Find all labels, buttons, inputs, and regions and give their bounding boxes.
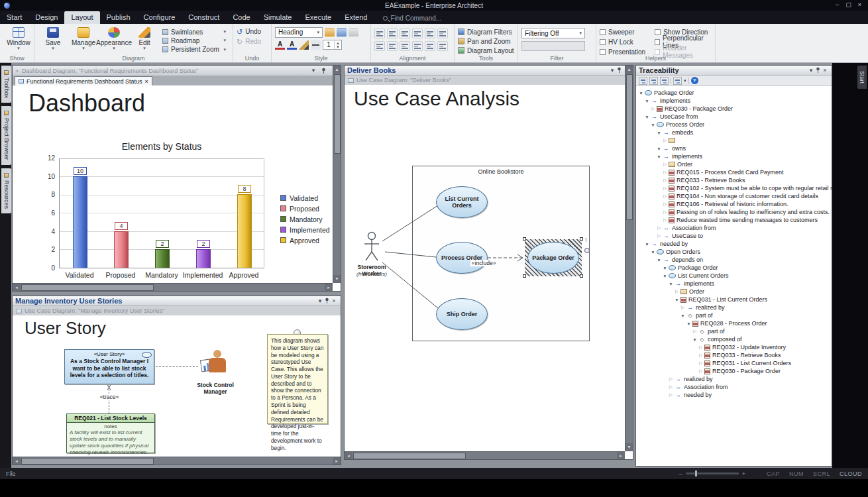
chart-bar-validated[interactable] bbox=[73, 176, 87, 268]
tree-item-req033-retrieve-books[interactable]: ▷REQ033 - Retrieve Books bbox=[636, 176, 832, 184]
collapsed-arrow-icon[interactable]: ▷ bbox=[668, 384, 674, 390]
alignment-icon[interactable] bbox=[374, 28, 385, 38]
selection-handle[interactable] bbox=[580, 274, 583, 278]
zoom-in-icon[interactable]: + bbox=[742, 470, 745, 477]
chart-bar-proposed[interactable] bbox=[114, 231, 129, 268]
collapsed-arrow-icon[interactable]: ▷ bbox=[680, 305, 686, 310]
persistent-zoom-button[interactable]: Persistent Zoom▾ bbox=[162, 46, 226, 54]
chart-bar-implemented[interactable] bbox=[196, 249, 211, 268]
alignment-icon[interactable] bbox=[387, 41, 398, 51]
chevron-down-icon[interactable]: ▾ bbox=[684, 78, 686, 83]
scrollbar-thumb[interactable] bbox=[334, 74, 341, 154]
tree-item-req106-retrieval-of-historic-information[interactable]: ▷REQ106 - Retrieval of historic informat… bbox=[636, 200, 832, 208]
expanded-arrow-icon[interactable]: ▼ bbox=[662, 266, 668, 270]
panel-menu-icon[interactable]: ▾ bbox=[608, 66, 616, 75]
close-panel-icon[interactable]: × bbox=[330, 297, 338, 305]
dashboard-canvas[interactable]: Dashboard Elements by Status 104228 Vali… bbox=[13, 85, 333, 283]
find-command-box[interactable]: Find Command... bbox=[383, 15, 441, 22]
collapsed-arrow-icon[interactable]: ▷ bbox=[662, 201, 668, 207]
alignment-icon[interactable] bbox=[412, 41, 423, 51]
tree-item-part-of[interactable]: ▷◇part of bbox=[636, 327, 832, 335]
manage-button[interactable]: Manage▾ bbox=[68, 26, 99, 54]
tree-item-req015-process-credit-card-payment[interactable]: ▷REQ015 - Process Credit Card Payment bbox=[636, 168, 832, 176]
quicklink-icon[interactable] bbox=[584, 248, 590, 253]
alignment-icon[interactable] bbox=[412, 28, 423, 38]
collapsed-arrow-icon[interactable]: ▷ bbox=[662, 209, 668, 215]
file-status[interactable]: File bbox=[6, 470, 16, 477]
zoom-out-icon[interactable]: – bbox=[679, 470, 682, 477]
tree-item[interactable]: ▷ bbox=[636, 137, 832, 144]
tree-item-req032-update-inventory[interactable]: ▷REQ032 - Update Inventory bbox=[636, 343, 832, 351]
tree-item-usecase-to[interactable]: ▷→UseCase to bbox=[636, 232, 832, 240]
collapsed-arrow-icon[interactable]: ▷ bbox=[698, 345, 704, 350]
alignment-icon[interactable] bbox=[437, 41, 448, 51]
ribbon-tab-publish[interactable]: Publish bbox=[100, 11, 137, 24]
zoom-track[interactable] bbox=[686, 472, 739, 474]
alignment-icon[interactable] bbox=[400, 28, 410, 38]
dashboard-document-tab[interactable]: Functional Requirements Dashboard Status… bbox=[15, 76, 152, 85]
selection-hatch-border[interactable]: Package Order bbox=[525, 239, 582, 276]
scrollbar-thumb[interactable] bbox=[626, 74, 633, 220]
element-filter-icon[interactable] bbox=[660, 77, 669, 85]
tree-item-embeds[interactable]: ▼→embeds bbox=[636, 129, 832, 137]
overflow-chevron-icon[interactable]: » bbox=[15, 68, 19, 74]
line-style-button[interactable] bbox=[311, 40, 321, 50]
scroll-up-icon[interactable]: ▲ bbox=[625, 66, 633, 74]
collapsed-arrow-icon[interactable]: ▷ bbox=[668, 392, 674, 398]
deliver-horizontal-scrollbar[interactable]: ◂ ▸ bbox=[345, 451, 625, 459]
expanded-arrow-icon[interactable]: ▼ bbox=[656, 131, 662, 135]
scroll-right-icon[interactable]: ▸ bbox=[617, 452, 625, 460]
tree-item-owns[interactable]: ▼←owns bbox=[636, 144, 832, 152]
tree-item-reduce-wasted-time-sending-messages-to-customers[interactable]: ▷Reduce wasted time sending messages to … bbox=[636, 216, 832, 224]
selection-handle[interactable] bbox=[580, 237, 583, 241]
filter-text-input[interactable] bbox=[521, 41, 585, 51]
collapsed-arrow-icon[interactable]: ▷ bbox=[674, 289, 680, 294]
zoom-thumb[interactable] bbox=[695, 470, 697, 476]
alignment-icon[interactable] bbox=[437, 28, 448, 38]
tree-item-req104-non-storage-of-customer-credit-card-details[interactable]: ▷REQ104 - Non storage of customer credit… bbox=[636, 192, 832, 200]
edit-button[interactable]: Edit▾ bbox=[129, 26, 160, 54]
tree-item-req030-package-order[interactable]: ▷REQ030 - Package Order bbox=[636, 105, 832, 113]
collapsed-arrow-icon[interactable]: ▷ bbox=[698, 353, 704, 358]
tree-item-implements[interactable]: ▼→implements bbox=[636, 97, 832, 105]
userstory-horizontal-scrollbar[interactable]: ◂ ▸ bbox=[13, 457, 341, 465]
expanded-arrow-icon[interactable]: ▼ bbox=[686, 321, 692, 326]
scroll-down-icon[interactable]: ▼ bbox=[625, 443, 633, 451]
tree-item-req030-package-order[interactable]: ▷REQ030 - Package Order bbox=[636, 367, 832, 375]
panel-menu-icon[interactable]: ▾ bbox=[316, 297, 324, 305]
dock-tab-start[interactable]: Start bbox=[857, 66, 867, 89]
pin-icon[interactable] bbox=[324, 298, 330, 304]
dock-tab-project-browser[interactable]: Project Browser bbox=[1, 106, 11, 165]
tree-item-usecase-from[interactable]: ▼→UseCase from bbox=[636, 113, 832, 121]
line-weight-stepper[interactable]: 1 ▲▼ bbox=[323, 40, 342, 50]
use-case-list-current-orders[interactable]: List Current Orders bbox=[436, 186, 488, 218]
font-color-button[interactable]: A bbox=[275, 40, 285, 50]
close-button[interactable]: × bbox=[854, 0, 865, 10]
user-story-element[interactable]: «User Story» As a Stock Control Manager … bbox=[64, 349, 154, 384]
expanded-arrow-icon[interactable]: ▼ bbox=[650, 123, 656, 127]
requirement-element[interactable]: REQ021 - List Stock Levels notes A facil… bbox=[66, 414, 155, 453]
dashboard-horizontal-scrollbar[interactable]: ◂ ▸ bbox=[13, 283, 333, 291]
tree-item-req031-list-current-orders[interactable]: ▼REQ031 - List Current Orders bbox=[636, 296, 832, 304]
filtering-select[interactable]: Filtering Off ▾ bbox=[521, 28, 585, 38]
alignment-icon[interactable] bbox=[425, 41, 435, 51]
alignment-icon[interactable] bbox=[425, 28, 435, 38]
expanded-arrow-icon[interactable]: ▼ bbox=[650, 250, 656, 254]
expanded-arrow-icon[interactable]: ▼ bbox=[680, 313, 686, 318]
scroll-down-icon[interactable]: ▼ bbox=[333, 275, 341, 283]
tree-item-realized-by[interactable]: ▷→realized by bbox=[636, 375, 832, 383]
expanded-arrow-icon[interactable]: ▼ bbox=[644, 115, 650, 119]
expanded-arrow-icon[interactable]: ▼ bbox=[638, 91, 644, 95]
model-hierarchy-icon[interactable] bbox=[639, 77, 647, 85]
use-case-ship-order[interactable]: Ship Order bbox=[436, 298, 488, 330]
collapsed-arrow-icon[interactable]: ▷ bbox=[668, 376, 674, 382]
dock-tab-toolbox[interactable]: Toolbox bbox=[1, 66, 11, 103]
expanded-arrow-icon[interactable]: ▼ bbox=[656, 258, 662, 262]
tree-item-package-order[interactable]: ▼Package Order bbox=[636, 89, 832, 97]
alignment-icon[interactable] bbox=[387, 28, 398, 38]
collapsed-arrow-icon[interactable]: ▷ bbox=[662, 178, 668, 183]
collapsed-arrow-icon[interactable]: ▷ bbox=[698, 368, 704, 374]
close-tab-icon[interactable]: × bbox=[145, 78, 148, 85]
collapsed-arrow-icon[interactable]: ▷ bbox=[662, 170, 668, 175]
expanded-arrow-icon[interactable]: ▼ bbox=[656, 154, 662, 159]
